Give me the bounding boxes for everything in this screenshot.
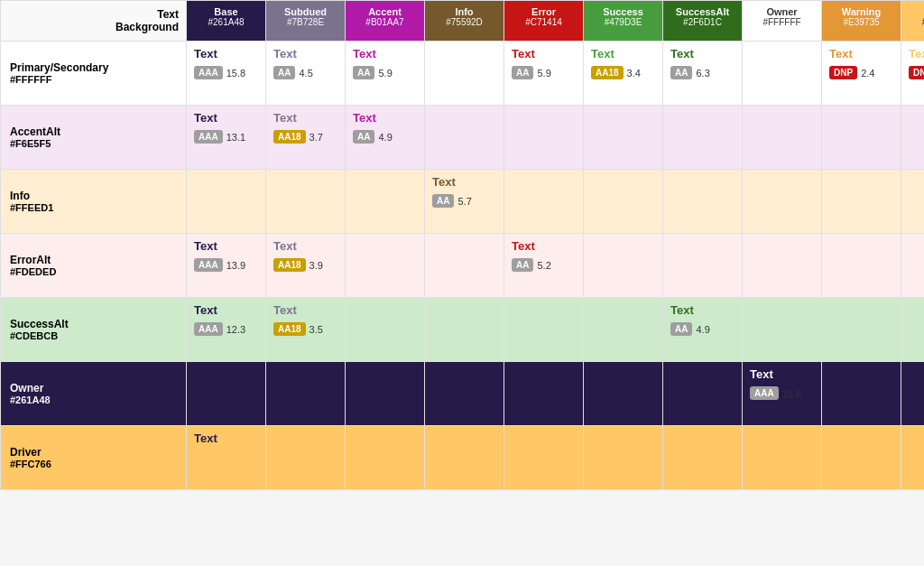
cell-primary-base: TextAAA15.8 (187, 42, 266, 106)
badge-row: AAA13.9 (194, 258, 245, 272)
badge-row: AA5.9 (512, 66, 551, 79)
cell-driver-successalt (663, 426, 743, 490)
rating-badge: AA18 (591, 66, 624, 79)
row-label: Primary/Secondary (10, 61, 177, 74)
cell-driver-error (504, 426, 584, 490)
badge-row: AA4.9 (353, 130, 393, 144)
cell-owner-bg-accent (346, 362, 425, 426)
text-value: Text (353, 47, 376, 60)
col-hex: #479D3E (591, 17, 655, 27)
rating-badge: AAA (750, 386, 779, 400)
col-label: InfoAlt (909, 6, 924, 17)
cell-erroralt-base: TextAAA13.9 (187, 234, 266, 298)
cell-owner-bg-subdued (266, 362, 346, 426)
col-label: Base (194, 6, 258, 17)
row-label: Driver (10, 446, 177, 459)
contrast-ratio: 12.3 (226, 324, 245, 335)
row-header-owner-bg: Owner#261A48 (1, 362, 187, 426)
cell-info-bg-warning (822, 170, 901, 234)
text-value: Text (512, 239, 535, 253)
rating-badge: AA18 (273, 322, 306, 336)
row-hex: #FFC766 (10, 459, 177, 469)
cell-accentalt-success (584, 106, 663, 170)
cell-accentalt-warning (822, 106, 901, 170)
cell-successalt-bg-base: TextAAA12.3 (187, 298, 266, 362)
cell-accentalt-owner (743, 106, 822, 170)
text-value: Text (591, 47, 614, 60)
contrast-ratio: 4.9 (696, 324, 709, 335)
cell-successalt-bg-subdued: TextAA183.5 (266, 298, 346, 362)
text-value: Text (273, 47, 297, 60)
badge-row: AA183.9 (273, 258, 323, 272)
text-value: Text (273, 239, 297, 253)
text-value: Text (194, 303, 217, 317)
contrast-ratio: 5.9 (537, 68, 550, 79)
contrast-ratio: 6.3 (696, 68, 709, 79)
badge-row: AA183.5 (273, 322, 323, 336)
text-value: Text (273, 303, 297, 317)
text-value: Text (194, 111, 217, 125)
cell-info-bg-infoalt (901, 170, 925, 234)
cell-erroralt-accent (346, 234, 425, 298)
cell-accentalt-successalt (663, 106, 743, 170)
column-header-owner: Owner#FFFFFF (743, 1, 822, 42)
cell-erroralt-success (584, 234, 663, 298)
rating-badge: AAA (194, 258, 223, 272)
cell-info-bg-success (584, 170, 663, 234)
cell-driver-success (584, 426, 663, 490)
col-label: Subdued (273, 6, 337, 17)
row-hex: #F6E5F5 (10, 138, 177, 149)
badge-row: AAA15.8 (194, 66, 245, 79)
cell-info-bg-owner (743, 170, 822, 234)
contrast-ratio: 15.8 (782, 388, 801, 399)
row-header-successalt-bg: SuccessAlt#CDEBCB (1, 298, 187, 362)
col-hex: #C71414 (512, 17, 576, 27)
text-value: Text (194, 431, 217, 445)
rating-badge: AA (432, 194, 454, 208)
contrast-ratio: 3.5 (310, 324, 323, 335)
row-hex: #FFFFFF (10, 74, 177, 85)
cell-driver-subdued (266, 426, 346, 490)
row-hex: #FFEED1 (10, 202, 177, 213)
badge-row: AA4.5 (273, 66, 313, 79)
column-header-success: Success#479D3E (584, 1, 663, 42)
contrast-ratio: 13.9 (226, 260, 245, 271)
cell-successalt-bg-warning (822, 298, 901, 362)
cell-primary-warning: TextDNP2.4 (822, 42, 901, 106)
cell-accentalt-info (425, 106, 504, 170)
rating-badge: AA (353, 130, 374, 144)
cell-owner-bg-warning (822, 362, 901, 426)
contrast-ratio: 4.5 (299, 68, 312, 79)
text-value: Text (432, 175, 456, 189)
col-hex: #7B728E (273, 17, 337, 27)
row-header-info-bg: Info#FFEED1 (1, 170, 187, 234)
cell-successalt-bg-error (504, 298, 584, 362)
rating-badge: AAA (194, 66, 223, 79)
text-value: Text (670, 303, 694, 317)
cell-primary-success: TextAA183.4 (584, 42, 663, 106)
row-header-primary: Primary/Secondary#FFFFFF (1, 42, 187, 106)
cell-successalt-bg-successalt: TextAA4.9 (663, 298, 743, 362)
cell-driver-info (425, 426, 504, 490)
badge-row: AAA13.1 (194, 130, 245, 144)
col-label: Success (591, 6, 655, 17)
rating-badge: AAA (194, 130, 223, 144)
column-header-accent: Accent#B01AA7 (346, 1, 425, 42)
contrast-ratio: 3.9 (310, 260, 323, 271)
rating-badge: AA (670, 66, 692, 79)
cell-erroralt-successalt (663, 234, 743, 298)
badge-row: AAA12.3 (194, 322, 245, 336)
contrast-ratio: 3.7 (310, 132, 323, 143)
cell-successalt-bg-success (584, 298, 663, 362)
column-header-successalt: SuccessAlt#2F6D1C (663, 1, 743, 42)
column-header-infoalt: InfoAlt#FFC766 (901, 1, 925, 42)
contrast-ratio: 3.4 (627, 68, 641, 79)
col-hex: #FFFFFF (750, 17, 814, 27)
rating-badge: AA18 (273, 130, 306, 144)
cell-successalt-bg-accent (346, 298, 425, 362)
cell-accentalt-infoalt (901, 106, 925, 170)
col-label: Warning (829, 6, 893, 17)
col-hex: #FFC766 (909, 17, 924, 27)
rating-badge: DNP (909, 66, 924, 79)
row-header-accentalt: AccentAlt#F6E5F5 (1, 106, 187, 170)
